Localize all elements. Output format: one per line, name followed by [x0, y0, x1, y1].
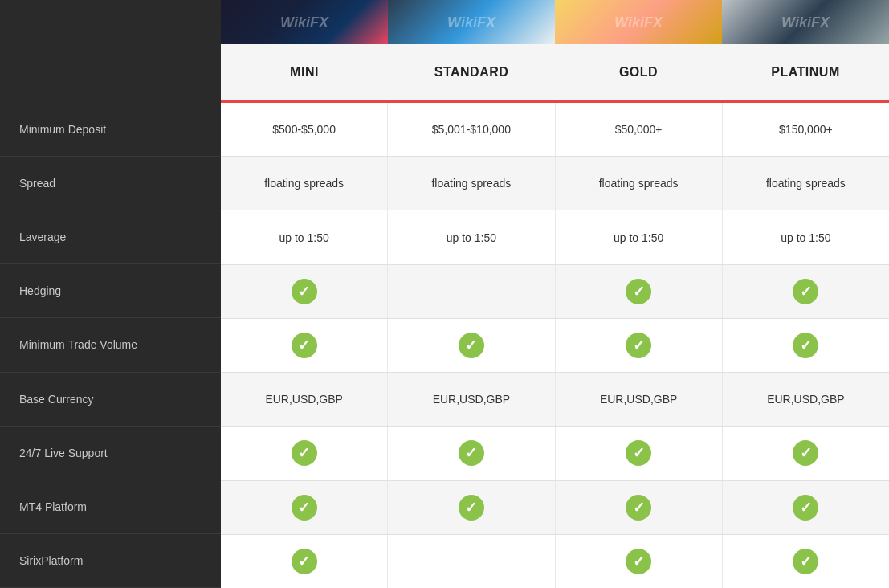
header-cell-gold: GOLD [555, 44, 722, 100]
header-row: MINISTANDARDGOLDPLATINUM [221, 44, 889, 103]
data-cell-3-3 [723, 265, 889, 318]
check-icon [459, 440, 484, 466]
data-cell-1-3: floating spreads [723, 157, 889, 210]
data-cell-2-1: up to 1:50 [388, 210, 555, 263]
data-cell-0-1: $5,001-$10,000 [388, 103, 555, 156]
page-container: Minimum DepositSpreadLaverageHedgingMini… [0, 0, 889, 588]
data-cell-5-2: EUR,USD,GBP [556, 373, 723, 426]
check-icon [459, 495, 484, 521]
sidebar-row-2: Laverage [0, 210, 221, 264]
sidebar-row-6: 24/7 Live Support [0, 427, 221, 480]
img-laptop: WikiFX [388, 0, 555, 44]
data-cell-4-1 [388, 319, 555, 372]
data-cell-5-0: EUR,USD,GBP [221, 373, 388, 426]
data-cell-0-0: $500-$5,000 [221, 103, 388, 156]
watermark-gold: WikiFX [614, 14, 663, 31]
check-icon [292, 495, 317, 521]
data-grid: $500-$5,000$5,001-$10,000$50,000+$150,00… [221, 103, 889, 588]
data-cell-6-0 [221, 427, 388, 480]
watermark-laptop: WikiFX [447, 14, 495, 31]
data-row-0: $500-$5,000$5,001-$10,000$50,000+$150,00… [221, 103, 889, 157]
data-cell-8-0 [221, 535, 388, 588]
data-cell-3-1 [388, 265, 555, 318]
images-row: WikiFX WikiFX WikiFX WikiFX [221, 0, 889, 44]
data-cell-8-3 [723, 535, 889, 588]
data-cell-7-2 [556, 481, 723, 534]
data-cell-2-2: up to 1:50 [556, 210, 723, 263]
header-cell-standard: STANDARD [388, 44, 555, 100]
data-cell-6-1 [388, 427, 555, 480]
check-icon [626, 495, 651, 521]
data-cell-1-1: floating spreads [388, 157, 555, 210]
sidebar-row-7: MT4 Platform [0, 480, 221, 534]
check-icon [793, 440, 818, 466]
data-cell-6-2 [556, 427, 723, 480]
check-icon [626, 279, 651, 304]
main-content: WikiFX WikiFX WikiFX WikiFX MINISTANDARD… [221, 0, 889, 588]
data-cell-6-3 [723, 427, 889, 480]
data-row-6 [221, 427, 889, 480]
data-cell-4-2 [556, 319, 723, 372]
data-cell-8-1 [388, 535, 555, 588]
sidebar-row-3: Hedging [0, 264, 221, 318]
check-icon [292, 440, 317, 466]
check-icon [793, 549, 818, 574]
data-cell-3-2 [556, 265, 723, 318]
data-cell-0-2: $50,000+ [556, 103, 723, 156]
check-icon [292, 333, 317, 358]
data-cell-7-0 [221, 481, 388, 534]
sidebar-row-4: Minimum Trade Volume [0, 318, 221, 372]
data-cell-3-0 [221, 265, 388, 318]
sidebar-row-1: Spread [0, 157, 221, 210]
sidebar-rows: Minimum DepositSpreadLaverageHedgingMini… [0, 103, 221, 588]
data-cell-7-3 [723, 481, 889, 534]
check-icon [793, 333, 818, 358]
data-cell-4-3 [723, 319, 889, 372]
check-icon [459, 333, 484, 358]
data-row-8 [221, 535, 889, 588]
check-icon [292, 549, 317, 574]
data-cell-0-3: $150,000+ [723, 103, 889, 156]
sidebar-row-0: Minimum Deposit [0, 103, 221, 157]
check-icon [626, 440, 651, 466]
data-row-2: up to 1:50up to 1:50up to 1:50up to 1:50 [221, 210, 889, 264]
data-row-3 [221, 265, 889, 319]
data-cell-4-0 [221, 319, 388, 372]
check-icon [626, 549, 651, 574]
watermark-charts: WikiFX [280, 14, 328, 31]
main-wrapper: WikiFX WikiFX WikiFX WikiFX MINISTANDARD… [221, 0, 889, 588]
watermark-silver: WikiFX [781, 14, 830, 31]
data-row-1: floating spreadsfloating spreadsfloating… [221, 157, 889, 210]
data-cell-1-2: floating spreads [556, 157, 723, 210]
img-silver: WikiFX [722, 0, 889, 44]
header-cell-platinum: PLATINUM [722, 44, 889, 100]
data-cell-5-3: EUR,USD,GBP [723, 373, 889, 426]
header-cell-mini: MINI [221, 44, 388, 100]
sidebar-row-5: Base Currency [0, 373, 221, 427]
data-cell-2-3: up to 1:50 [723, 210, 889, 263]
img-charts: WikiFX [221, 0, 388, 44]
check-icon [292, 279, 317, 304]
data-row-5: EUR,USD,GBPEUR,USD,GBPEUR,USD,GBPEUR,USD… [221, 373, 889, 427]
data-cell-2-0: up to 1:50 [221, 210, 388, 263]
sidebar-header [0, 0, 221, 103]
data-cell-7-1 [388, 481, 555, 534]
img-gold: WikiFX [555, 0, 722, 44]
data-cell-8-2 [556, 535, 723, 588]
data-row-4 [221, 319, 889, 373]
check-icon [626, 333, 651, 358]
data-cell-5-1: EUR,USD,GBP [388, 373, 555, 426]
data-row-7 [221, 481, 889, 535]
check-icon [793, 279, 818, 304]
check-icon [793, 495, 818, 521]
sidebar: Minimum DepositSpreadLaverageHedgingMini… [0, 0, 221, 588]
sidebar-row-8: SirixPlatform [0, 534, 221, 588]
data-cell-1-0: floating spreads [221, 157, 388, 210]
